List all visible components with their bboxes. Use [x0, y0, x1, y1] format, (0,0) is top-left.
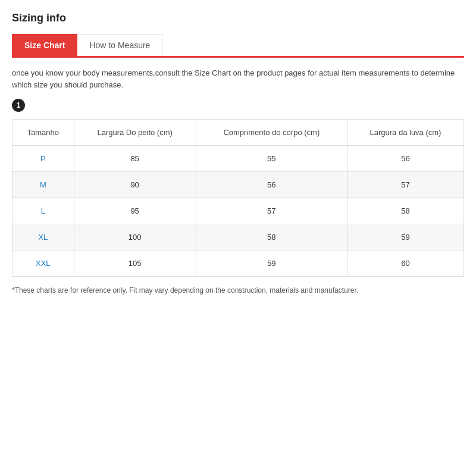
- cell-size: L: [12, 198, 74, 224]
- tab-size-chart[interactable]: Size Chart: [12, 34, 77, 56]
- cell-sleeve: 59: [347, 224, 464, 250]
- description-text: once you know your body measurements,con…: [12, 67, 464, 90]
- cell-body: 56: [196, 172, 347, 198]
- cell-sleeve: 60: [347, 250, 464, 277]
- cell-chest: 90: [74, 172, 196, 198]
- cell-body: 59: [196, 250, 347, 277]
- cell-size: XXL: [12, 250, 74, 277]
- footer-note: *These charts are for reference only. Fi…: [12, 286, 464, 295]
- col-header-luva: Largura da luva (cm): [347, 120, 464, 146]
- cell-sleeve: 57: [347, 172, 464, 198]
- table-row: XXL1055960: [12, 250, 464, 277]
- cell-body: 58: [196, 224, 347, 250]
- cell-size: XL: [12, 224, 74, 250]
- table-row: L955758: [12, 198, 464, 224]
- size-table: Tamanho Largura Do peito (cm) Compriment…: [12, 119, 464, 277]
- table-row: P855556: [12, 146, 464, 172]
- cell-size: P: [12, 146, 74, 172]
- cell-sleeve: 58: [347, 198, 464, 224]
- table-row: XL1005859: [12, 224, 464, 250]
- cell-chest: 100: [74, 224, 196, 250]
- cell-chest: 95: [74, 198, 196, 224]
- cell-sleeve: 56: [347, 146, 464, 172]
- tabs-bar: Size Chart How to Measure: [12, 34, 464, 58]
- tab-how-to-measure[interactable]: How to Measure: [77, 34, 162, 56]
- cell-chest: 105: [74, 250, 196, 277]
- step-badge: 1: [12, 99, 25, 112]
- table-header-row: Tamanho Largura Do peito (cm) Compriment…: [12, 120, 464, 146]
- cell-size: M: [12, 172, 74, 198]
- table-row: M905657: [12, 172, 464, 198]
- cell-chest: 85: [74, 146, 196, 172]
- col-header-peito: Largura Do peito (cm): [74, 120, 196, 146]
- col-header-corpo: Comprimento do corpo (cm): [196, 120, 347, 146]
- col-header-tamanho: Tamanho: [12, 120, 74, 146]
- cell-body: 55: [196, 146, 347, 172]
- page-title: Sizing info: [12, 12, 464, 24]
- cell-body: 57: [196, 198, 347, 224]
